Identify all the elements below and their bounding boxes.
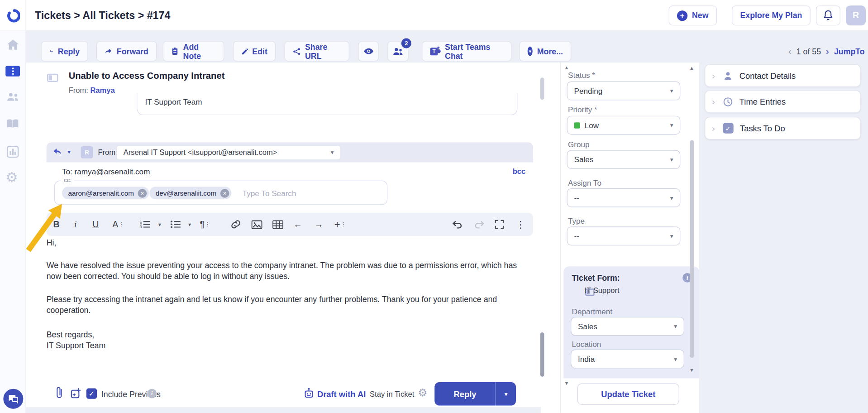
priority-value: Low — [585, 121, 599, 130]
breadcrumb[interactable]: Tickets > All Tickets > #174 — [35, 0, 170, 30]
share-url-button[interactable]: Share URL — [285, 41, 349, 62]
chip-remove-icon[interactable]: ✕ — [220, 189, 229, 198]
canned-response-icon[interactable] — [70, 388, 81, 401]
chat-bubbles-icon — [8, 394, 19, 404]
editor-more-icon[interactable]: ⋮ — [516, 213, 525, 236]
fullscreen-icon[interactable] — [495, 213, 504, 236]
panel-tasks-to-do[interactable]: › ✓ Tasks To Do — [705, 117, 861, 139]
type-select[interactable]: -- ▾ — [567, 226, 681, 245]
outdent-icon[interactable]: ← — [293, 213, 302, 236]
insert-link-icon[interactable] — [230, 213, 241, 236]
stay-in-ticket-label: Stay in Ticket — [370, 390, 414, 398]
underline-icon[interactable]: U — [92, 213, 99, 236]
props-scroll-down-arrow[interactable]: ▼ — [689, 368, 694, 373]
user-avatar[interactable]: R — [846, 5, 866, 25]
select-chevron: ▾ — [674, 323, 677, 330]
teams-icon: T — [430, 47, 440, 56]
status-select[interactable]: Pending ▾ — [567, 82, 681, 101]
ticket-icon — [5, 66, 20, 77]
send-settings-gear-icon[interactable]: ⚙ — [418, 386, 428, 399]
ordered-list-icon[interactable]: ​123 — [140, 213, 150, 236]
sidebar-item-tickets[interactable] — [5, 66, 20, 77]
thread-scrollbar-thumb[interactable] — [540, 77, 544, 100]
notifications-button[interactable] — [816, 5, 840, 25]
book-icon — [6, 119, 19, 129]
insert-image-icon[interactable] — [251, 213, 262, 236]
start-teams-chat-button[interactable]: T Start Teams Chat — [422, 41, 511, 62]
sidebar-item-settings[interactable]: ⚙ — [5, 169, 18, 185]
select-chevron: ▾ — [670, 121, 673, 129]
panel-contact-details[interactable]: › Contact Details — [705, 64, 861, 87]
edit-button[interactable]: Edit — [233, 41, 276, 62]
watch-button[interactable] — [358, 41, 378, 62]
compose-scrollbar-thumb[interactable] — [540, 332, 544, 377]
location-label: Location — [572, 340, 601, 349]
update-ticket-button[interactable]: Update Ticket — [577, 383, 679, 405]
priority-select[interactable]: Low ▾ — [567, 116, 681, 135]
ticket-from-line: From: Ramya — [69, 86, 115, 95]
support-chat-fab[interactable] — [3, 389, 23, 409]
cc-search-input[interactable] — [241, 188, 343, 198]
compose-from-select[interactable]: Arsenal IT Support <itsupport@arsenalit.… — [116, 145, 341, 160]
jump-to-link[interactable]: JumpTo — [834, 47, 865, 56]
props-scroll-up-arrow[interactable]: ▲ — [689, 66, 694, 71]
group-select[interactable]: Sales ▾ — [567, 150, 681, 169]
bcc-toggle[interactable]: bcc — [513, 167, 525, 175]
app-root: Tickets > All Tickets > #174 + New Explo… — [0, 0, 868, 413]
forward-label: Forward — [117, 47, 148, 56]
app-logo[interactable] — [0, 0, 26, 30]
sidebar-item-knowledge-base[interactable] — [6, 119, 19, 131]
insert-more-icon[interactable]: +⋮ — [334, 213, 346, 236]
main-scroll-down-arrow[interactable]: ▼ — [564, 381, 569, 386]
bullet-list-chevron[interactable]: ▾ — [188, 213, 191, 236]
previous-ticket-chevron[interactable]: ‹ — [788, 46, 792, 57]
assign-to-select[interactable]: -- ▾ — [567, 188, 681, 207]
include-previous-info-icon[interactable]: i — [147, 389, 157, 399]
reply-options-dropdown[interactable]: ▾ — [496, 382, 516, 405]
compose-body[interactable]: Hi, We have resolved the issue preventin… — [47, 237, 529, 352]
note-icon — [171, 47, 179, 56]
paragraph-format-icon[interactable]: ¶⋮ — [200, 213, 210, 236]
send-reply-button[interactable]: Reply — [434, 382, 496, 405]
include-previous-checkbox[interactable]: ✓ — [86, 388, 97, 399]
watchers-count-badge: 2 — [400, 37, 412, 49]
props-scrollbar-thumb[interactable] — [690, 140, 694, 358]
font-options-icon[interactable]: A⋮ — [112, 213, 124, 236]
body-paragraph: Hi, — [47, 237, 529, 249]
redo-icon[interactable] — [474, 213, 485, 236]
ordered-list-chevron[interactable]: ▾ — [158, 213, 161, 236]
collision-detection-button[interactable]: 2 — [387, 41, 408, 62]
compose-from-label: From: — [98, 149, 118, 157]
cc-chip[interactable]: dev@arsenaliit.com ✕ — [149, 187, 231, 199]
sidebar-item-reports[interactable] — [7, 146, 19, 160]
new-button[interactable]: + New — [669, 5, 717, 25]
main-scroll-up-arrow[interactable]: ▲ — [564, 65, 569, 70]
status-value: Pending — [574, 86, 602, 96]
location-select[interactable]: India ▾ — [571, 350, 684, 369]
sidebar-item-contacts[interactable] — [6, 92, 19, 104]
reply-toolbar-button[interactable]: Reply — [41, 41, 88, 62]
chip-remove-icon[interactable]: ✕ — [138, 189, 147, 198]
draft-with-ai-button[interactable]: Draft with AI — [317, 389, 366, 399]
requester-link[interactable]: Ramya — [90, 86, 114, 95]
compose-reply-type-icon[interactable] — [52, 147, 62, 155]
undo-icon[interactable] — [452, 213, 463, 236]
select-chevron: ▾ — [670, 156, 673, 163]
reply-type-chevron[interactable]: ▾ — [67, 149, 71, 156]
department-select[interactable]: Sales ▾ — [571, 317, 684, 336]
indent-icon[interactable]: → — [315, 213, 324, 236]
attach-file-icon[interactable] — [55, 386, 63, 403]
contacts-icon — [6, 92, 19, 102]
panel-time-entries[interactable]: › Time Entries — [705, 90, 861, 113]
brand-logo-icon — [5, 8, 20, 23]
insert-table-icon[interactable] — [272, 213, 283, 236]
sidebar-item-home[interactable] — [7, 39, 19, 53]
explore-my-plan-button[interactable]: Explore My Plan — [732, 5, 811, 25]
add-note-button[interactable]: Add Note — [163, 41, 224, 62]
cc-chip-text: dev@arsenaliit.com — [156, 189, 217, 197]
forward-toolbar-button[interactable]: Forward — [96, 41, 157, 62]
next-ticket-chevron[interactable]: › — [826, 46, 829, 57]
previous-message-snippet[interactable]: IT Support Team — [137, 93, 518, 115]
bullet-list-icon[interactable] — [171, 213, 181, 236]
more-actions-button[interactable]: ▾ More... — [519, 41, 571, 62]
